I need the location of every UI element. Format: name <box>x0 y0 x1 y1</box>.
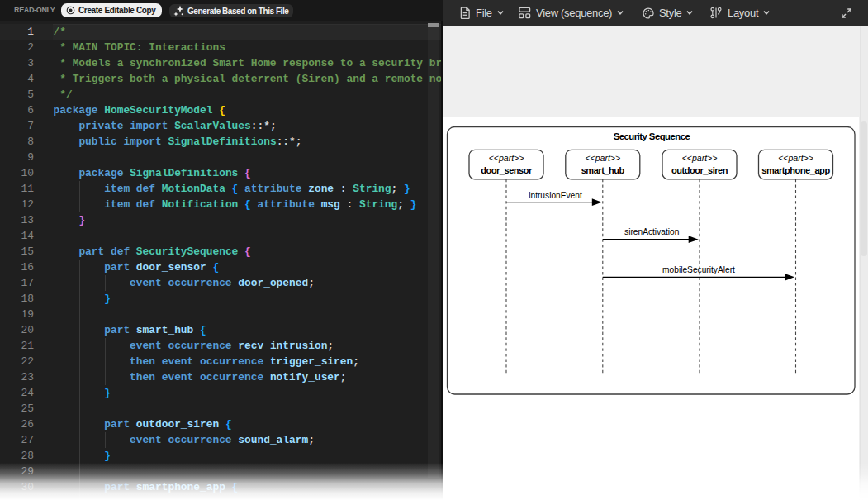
svg-text:<<part>>: <<part>> <box>778 153 813 163</box>
svg-text:outdoor_siren: outdoor_siren <box>671 165 728 175</box>
svg-text:Security Sequence: Security Sequence <box>614 131 690 141</box>
svg-text:smart_hub: smart_hub <box>581 165 625 175</box>
svg-text:sirenActivation: sirenActivation <box>624 227 679 236</box>
svg-text:<<part>>: <<part>> <box>682 153 718 163</box>
svg-text:smartphone_app: smartphone_app <box>761 165 830 175</box>
svg-text:<<part>>: <<part>> <box>585 153 620 163</box>
svg-text:intrusionEvent: intrusionEvent <box>529 191 582 200</box>
svg-text:door_sensor: door_sensor <box>481 165 533 175</box>
svg-text:mobileSecurityAlert: mobileSecurityAlert <box>662 265 735 274</box>
svg-text:<<part>>: <<part>> <box>489 153 524 163</box>
